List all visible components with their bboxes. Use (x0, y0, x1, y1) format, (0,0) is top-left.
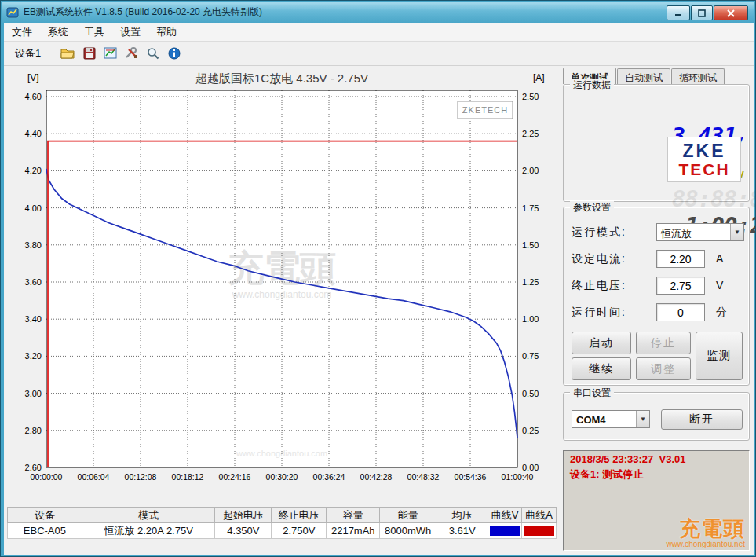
chongdiantou-watermark: 充電頭 www.chongdiantou.net (666, 518, 745, 548)
svg-text:2.00: 2.00 (522, 166, 539, 175)
svg-text:3.60: 3.60 (25, 277, 42, 287)
svg-text:[V]: [V] (27, 72, 39, 83)
tab-auto-test[interactable]: 自动测试 (617, 68, 670, 85)
svg-text:2.50: 2.50 (522, 92, 539, 101)
cell-energy: 8000mWh (380, 523, 436, 539)
curve-v-swatch (490, 526, 520, 536)
tab-cycle-test[interactable]: 循环测试 (671, 68, 725, 85)
floppy-icon (83, 47, 96, 60)
zoom-button[interactable] (142, 43, 163, 64)
svg-text:00:18:12: 00:18:12 (172, 472, 204, 482)
cell-end-voltage: 2.750V (272, 523, 327, 539)
svg-text:4.00: 4.00 (25, 203, 42, 213)
client-area: 文件 系统 工具 设置 帮助 设备1 (4, 23, 754, 555)
run-data-legend: 运行数据 (570, 79, 614, 92)
tools-icon (125, 47, 138, 60)
disconnect-button[interactable]: 断开 (661, 409, 743, 430)
status-message: 设备1: 测试停止 (564, 465, 749, 482)
serial-legend: 串口设置 (570, 387, 614, 400)
chart-area: 超越版国标1C放电 4.35V - 2.75V[V][A]充電頭www.chon… (5, 67, 557, 500)
discharge-chart: 超越版国标1C放电 4.35V - 2.75V[V][A]充電頭www.chon… (5, 67, 557, 500)
results-table: 设备 模式 起始电压 终止电压 容量 能量 均压 曲线V 曲线A EBC-A05… (7, 507, 557, 539)
svg-text:4.20: 4.20 (25, 166, 42, 175)
save-button[interactable] (79, 43, 100, 64)
parameters-legend: 参数设置 (570, 201, 614, 214)
col-capacity: 容量 (327, 508, 380, 523)
menu-item-settings[interactable]: 设置 (112, 23, 148, 42)
adjust-button[interactable]: 调整 (636, 357, 691, 380)
status-timestamp: 2018/3/5 23:33:27 V3.01 (564, 451, 749, 465)
minimize-button[interactable] (667, 5, 690, 20)
close-icon (727, 9, 735, 17)
about-button[interactable] (163, 43, 184, 64)
col-device: 设备 (8, 508, 82, 523)
zke-tech-logo: ZKE TECH (667, 137, 741, 182)
col-curve-a: 曲线A (522, 508, 557, 523)
cell-mode: 恒流放 2.20A 2.75V (82, 523, 215, 539)
com-port-select[interactable]: COM4 ▼ (572, 410, 650, 428)
col-end-voltage: 终止电压 (272, 508, 327, 523)
cutoff-voltage-label: 终止电压: (572, 279, 626, 293)
svg-text:00:48:32: 00:48:32 (407, 472, 440, 482)
svg-text:[A]: [A] (533, 72, 545, 83)
cell-start-voltage: 4.350V (215, 523, 272, 539)
monitor-button[interactable]: 监测 (696, 332, 743, 380)
settings-tools-button[interactable] (121, 43, 142, 64)
col-curve-v: 曲线V (488, 508, 522, 523)
start-button[interactable]: 启动 (572, 332, 631, 354)
menu-bar: 文件 系统 工具 设置 帮助 (4, 23, 754, 42)
close-button[interactable] (714, 5, 748, 20)
resume-button[interactable]: 继续 (572, 357, 631, 380)
menu-item-system[interactable]: 系统 (40, 23, 76, 42)
col-start-voltage: 起始电压 (215, 508, 272, 523)
parameters-group: 参数设置 运行模式: 恒流放 ▼ 设定电流: A 终止电压: V 运行时间: (563, 207, 750, 386)
col-mode: 模式 (82, 508, 215, 523)
cell-curve-v (488, 523, 522, 539)
chevron-down-icon[interactable]: ▼ (636, 411, 649, 427)
curve-a-swatch (524, 526, 554, 536)
col-avg-voltage: 均压 (436, 508, 488, 523)
menu-item-file[interactable]: 文件 (4, 23, 40, 42)
svg-text:2.25: 2.25 (522, 129, 539, 138)
svg-text:0.25: 0.25 (522, 426, 539, 435)
svg-text:3.00: 3.00 (25, 389, 42, 398)
run-time-input[interactable] (656, 303, 705, 321)
chart-icon (104, 47, 117, 60)
cell-device: EBC-A05 (8, 523, 82, 539)
svg-text:3.20: 3.20 (25, 351, 42, 361)
cutoff-voltage-unit: V (716, 279, 723, 291)
cutoff-voltage-input[interactable] (656, 277, 705, 295)
table-row[interactable]: EBC-A05 恒流放 2.20A 2.75V 4.350V 2.750V 22… (8, 523, 557, 539)
svg-text:00:36:24: 00:36:24 (313, 472, 345, 482)
set-current-label: 设定电流: (572, 252, 626, 266)
serial-group: 串口设置 COM4 ▼ 断开 (563, 392, 750, 441)
svg-text:1.00: 1.00 (522, 314, 539, 324)
svg-text:00:30:20: 00:30:20 (266, 472, 298, 482)
menu-item-help[interactable]: 帮助 (148, 23, 184, 42)
chevron-down-icon[interactable]: ▼ (730, 224, 743, 240)
menu-item-tools[interactable]: 工具 (76, 23, 112, 42)
minimize-icon (674, 9, 682, 16)
col-energy: 能量 (380, 508, 436, 523)
curve-view-button[interactable] (100, 43, 121, 64)
svg-text:1.50: 1.50 (522, 240, 539, 250)
cell-avg-voltage: 3.61V (436, 523, 488, 539)
device-1-button[interactable]: 设备1 (7, 42, 49, 64)
svg-text:00:54:36: 00:54:36 (455, 472, 487, 482)
info-icon (168, 47, 181, 60)
set-current-input[interactable] (656, 250, 705, 268)
stop-button[interactable]: 停止 (636, 332, 691, 354)
svg-text:00:24:16: 00:24:16 (219, 472, 251, 482)
toolbar: 设备1 (4, 42, 754, 66)
maximize-button[interactable] (691, 5, 713, 20)
table-header-row: 设备 模式 起始电压 终止电压 容量 能量 均压 曲线V 曲线A (8, 508, 557, 523)
title-bar: EB测试系统软件 V1.8.5 (Build 2016-02-20 充电头特别版… (2, 2, 754, 23)
svg-text:4.60: 4.60 (25, 92, 42, 101)
svg-text:4.40: 4.40 (25, 129, 42, 138)
folder-icon (60, 47, 75, 60)
run-mode-select[interactable]: 恒流放 ▼ (656, 223, 744, 241)
open-file-button[interactable] (57, 43, 79, 64)
svg-text:3.40: 3.40 (25, 314, 42, 324)
svg-text:2.60: 2.60 (25, 463, 42, 472)
set-current-unit: A (716, 252, 723, 265)
